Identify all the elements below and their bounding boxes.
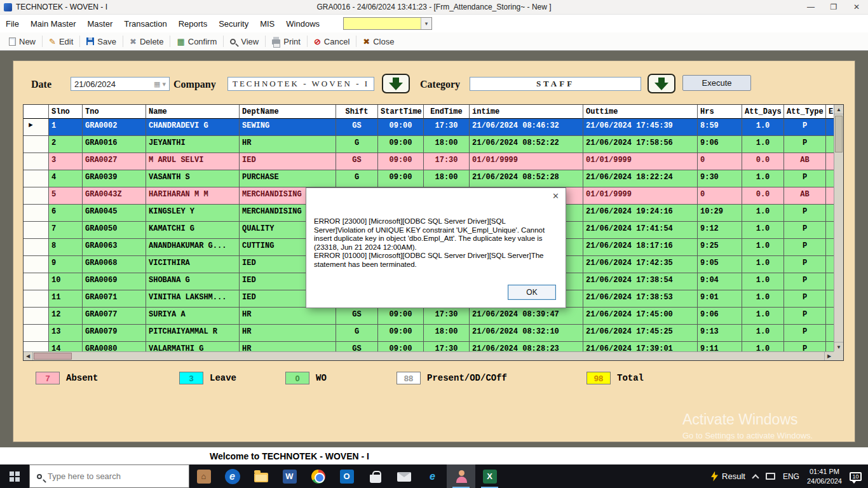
company-field[interactable]: TECHNOTEK - WOVEN - I (227, 77, 374, 91)
grid-cell[interactable]: HR (240, 342, 336, 351)
chevron-down-icon[interactable]: ▾ (162, 80, 166, 88)
row-marker[interactable] (24, 273, 49, 290)
grid-cell[interactable]: 1.0 (742, 308, 784, 325)
column-header-slno[interactable]: Slno (49, 105, 83, 119)
grid-cell[interactable]: GRA0079 (83, 325, 146, 342)
grid-cell[interactable]: 7 (49, 222, 83, 239)
grid-cell[interactable]: 9:05 (698, 256, 742, 273)
grid-cell[interactable] (826, 325, 834, 342)
notification-center-icon[interactable]: 10 (850, 472, 862, 481)
grid-cell[interactable] (826, 290, 834, 308)
scroll-up-icon[interactable]: ▲ (834, 105, 843, 114)
grid-cell[interactable]: 09:00 (378, 136, 424, 153)
column-header-att_type[interactable]: Att_Type (784, 105, 826, 119)
menu-item-mis[interactable]: MIS (254, 16, 280, 32)
grid-cell[interactable]: KAMATCHI G (146, 222, 240, 239)
grid-cell[interactable]: 12 (49, 308, 83, 325)
grid-cell[interactable]: GRA0027 (83, 153, 146, 170)
grid-cell[interactable]: 18:00 (424, 136, 470, 153)
ok-button[interactable]: OK (508, 285, 556, 300)
taskbar-app-attendance-app[interactable] (447, 464, 475, 488)
grid-cell[interactable]: 2 (49, 136, 83, 153)
grid-cell[interactable]: GS (336, 119, 378, 136)
taskbar-app-chrome-browser[interactable] (304, 464, 332, 488)
grid-cell[interactable]: 21/06/2024 17:45:00 (583, 308, 698, 325)
grid-cell[interactable] (826, 273, 834, 290)
grid-cell[interactable]: 21/06/2024 17:38:54 (583, 273, 698, 290)
result-tray-item[interactable]: Result (711, 471, 745, 482)
row-marker[interactable] (24, 170, 49, 187)
grid-cell[interactable]: 0.0 (742, 153, 784, 170)
menu-item-windows[interactable]: Windows (280, 16, 325, 32)
table-row[interactable]: 3GRA0027M ARUL SELVIIEDGS09:0017:3001/01… (24, 153, 834, 170)
load-category-button[interactable] (648, 74, 675, 93)
grid-cell[interactable]: SEWING (240, 119, 336, 136)
search-input[interactable] (48, 471, 168, 481)
network-tray-icon[interactable] (766, 473, 775, 480)
grid-cell[interactable]: P (784, 308, 826, 325)
taskbar-app-mail[interactable] (390, 464, 418, 488)
grid-cell[interactable]: HR (240, 308, 336, 325)
grid-cell[interactable]: 09:00 (378, 170, 424, 187)
edit-button[interactable]: ✎Edit (44, 35, 78, 48)
horizontal-scrollbar[interactable]: ◀ ▶ (24, 351, 834, 360)
column-header-outtime[interactable]: Outtime (583, 105, 698, 119)
grid-cell[interactable]: 4 (49, 170, 83, 187)
cancel-button[interactable]: ⊘Cancel (309, 35, 355, 48)
column-header-tno[interactable]: Tno (83, 105, 146, 119)
grid-cell[interactable]: 1.0 (742, 290, 784, 308)
grid-cell[interactable]: ANANDHAKUMAR G... (146, 239, 240, 256)
load-company-button[interactable] (382, 74, 410, 93)
grid-cell[interactable]: 1.0 (742, 170, 784, 187)
grid-cell[interactable]: 9:12 (698, 222, 742, 239)
grid-cell[interactable] (826, 136, 834, 153)
column-header-marker[interactable] (24, 105, 49, 119)
taskbar-app-internet-explorer[interactable]: e (418, 464, 447, 488)
grid-cell[interactable]: 21/06/2024 08:52:28 (470, 170, 583, 187)
row-marker[interactable] (24, 342, 49, 351)
grid-cell[interactable]: 1.0 (742, 273, 784, 290)
grid-cell[interactable]: P (784, 222, 826, 239)
grid-cell[interactable]: GRA0063 (83, 239, 146, 256)
column-header-name[interactable]: Name (146, 105, 240, 119)
scroll-right-icon[interactable]: ▶ (824, 352, 834, 360)
grid-cell[interactable]: JEYANTHI (146, 136, 240, 153)
close-icon[interactable]: ✕ (845, 0, 868, 14)
taskbar-app-edge-browser[interactable]: e (218, 464, 247, 488)
taskbar-app-file-explorer[interactable] (247, 464, 275, 488)
grid-cell[interactable]: VASANTH S (146, 170, 240, 187)
row-marker[interactable] (24, 325, 49, 342)
grid-cell[interactable]: 9:01 (698, 290, 742, 308)
grid-cell[interactable]: 21/06/2024 08:32:10 (470, 325, 583, 342)
scroll-left-icon[interactable]: ◀ (24, 352, 33, 360)
execute-button[interactable]: Execute (682, 75, 751, 91)
grid-cell[interactable]: 9:06 (698, 308, 742, 325)
row-marker[interactable] (24, 153, 49, 170)
vertical-scrollbar[interactable]: ▲ ▼ (834, 105, 843, 351)
table-row[interactable]: 13GRA0079PITCHAIYAMMAL RHRG09:0018:0021/… (24, 325, 834, 342)
grid-cell[interactable]: 01/01/9999 (583, 153, 698, 170)
grid-cell[interactable] (826, 187, 834, 205)
table-row[interactable]: 14GRA0080VALARMATHI GHRGS09:0017:3021/06… (24, 342, 834, 351)
grid-cell[interactable]: 21/06/2024 18:17:16 (583, 239, 698, 256)
grid-cell[interactable]: GRA0069 (83, 273, 146, 290)
row-marker[interactable] (24, 205, 49, 222)
grid-cell[interactable]: 21/06/2024 08:28:23 (470, 342, 583, 351)
grid-cell[interactable]: 13 (49, 325, 83, 342)
grid-cell[interactable]: 21/06/2024 17:41:54 (583, 222, 698, 239)
grid-cell[interactable]: M ARUL SELVI (146, 153, 240, 170)
grid-cell[interactable]: 1.0 (742, 342, 784, 351)
grid-cell[interactable]: 9:30 (698, 170, 742, 187)
grid-cell[interactable]: P (784, 256, 826, 273)
grid-cell[interactable]: 1.0 (742, 239, 784, 256)
grid-cell[interactable]: P (784, 205, 826, 222)
grid-cell[interactable]: CHANDRADEVI G (146, 119, 240, 136)
close-button[interactable]: ✖Close (358, 35, 399, 48)
menu-item-security[interactable]: Security (213, 16, 254, 32)
grid-cell[interactable]: 18:00 (424, 325, 470, 342)
grid-cell[interactable]: 9 (49, 256, 83, 273)
grid-cell[interactable]: PURCHASE (240, 170, 336, 187)
grid-cell[interactable]: 1.0 (742, 205, 784, 222)
grid-cell[interactable]: 09:00 (378, 119, 424, 136)
dialog-close-icon[interactable]: ✕ (552, 191, 559, 201)
